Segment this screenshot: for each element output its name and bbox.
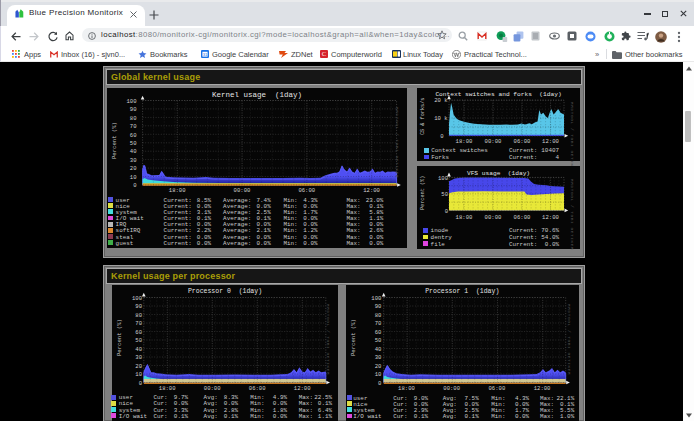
svg-text:C: C [322, 50, 326, 57]
svg-text:31: 31 [203, 52, 208, 57]
